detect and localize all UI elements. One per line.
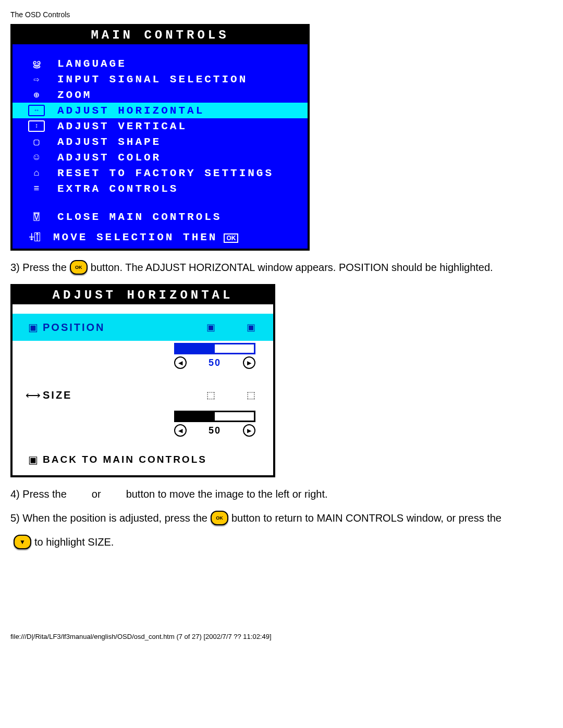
- step-3: 3) Press the OK button. The ADJUST HORIZ…: [10, 260, 553, 275]
- close-icon: ⍔: [26, 211, 47, 223]
- horizontal-icon: ↔: [26, 104, 47, 117]
- back-label: BACK TO MAIN CONTROLS: [43, 454, 207, 465]
- size-large-icon: ⬚: [247, 389, 255, 401]
- down-button-icon: [14, 535, 31, 549]
- shift-left-icon: ▣: [206, 322, 215, 333]
- main-controls-body: ൠ LANGUAGE ⇨ INPUT SIGNAL SELECTION ⊕ ZO…: [13, 44, 308, 225]
- adjust-label: SIZE: [43, 389, 206, 401]
- footer-label: MOVE SELECTION THENOK: [53, 231, 238, 243]
- step-5: 5) When the position is adjusted, press …: [10, 511, 553, 525]
- menu-item-adjust-shape[interactable]: ▢ ADJUST SHAPE: [13, 134, 308, 150]
- input-icon: ⇨: [26, 73, 47, 85]
- vertical-icon: ↕: [26, 120, 47, 132]
- reset-icon: ⌂: [26, 167, 47, 179]
- adjust-horizontal-osd: ADJUST HORIZONTAL ▣ POSITION ▣ ▣ ◀ 50 ▶ …: [10, 284, 275, 477]
- increase-button[interactable]: ▶: [243, 424, 255, 437]
- menu-label: ADJUST COLOR: [57, 152, 161, 164]
- shape-icon: ▢: [26, 135, 47, 148]
- menu-label: ADJUST VERTICAL: [57, 120, 187, 132]
- ok-back-icon: ▣: [23, 452, 43, 467]
- step-4: 4) Press the or button to move the image…: [10, 487, 553, 501]
- globe-icon: ൠ: [26, 57, 47, 70]
- extra-icon: ≡: [26, 182, 47, 195]
- step-5b: to highlight SIZE.: [10, 535, 553, 549]
- back-to-main[interactable]: ▣ BACK TO MAIN CONTROLS: [13, 444, 273, 475]
- zoom-icon: ⊕: [26, 89, 47, 101]
- size-slider[interactable]: [174, 411, 255, 422]
- position-value: 50: [209, 357, 221, 368]
- menu-item-adjust-vertical[interactable]: ↕ ADJUST VERTICAL: [13, 118, 308, 134]
- menu-label: LANGUAGE: [57, 58, 127, 70]
- adjust-title: ADJUST HORIZONTAL: [13, 286, 273, 304]
- size-small-icon: ⬚: [206, 389, 215, 401]
- menu-label: ADJUST SHAPE: [57, 136, 161, 148]
- adjust-row-position[interactable]: ▣ POSITION ▣ ▣: [13, 314, 273, 341]
- menu-item-zoom[interactable]: ⊕ ZOOM: [13, 87, 308, 103]
- ok-button-icon: OK: [70, 260, 88, 275]
- size-icon: ⟷: [23, 388, 43, 402]
- color-icon: ☺: [26, 151, 47, 164]
- menu-label: RESET TO FACTORY SETTINGS: [57, 167, 274, 179]
- menu-item-reset[interactable]: ⌂ RESET TO FACTORY SETTINGS: [13, 165, 308, 181]
- adjust-row-size[interactable]: ⟷ SIZE ⬚ ⬚: [13, 381, 273, 409]
- main-controls-osd: MAIN CONTROLS ൠ LANGUAGE ⇨ INPUT SIGNAL …: [10, 24, 310, 251]
- menu-label: INPUT SIGNAL SELECTION: [57, 73, 248, 85]
- adjust-label: POSITION: [43, 322, 206, 334]
- menu-item-extra[interactable]: ≡ EXTRA CONTROLS: [13, 181, 308, 196]
- position-slider-row: ◀ 50 ▶: [13, 341, 273, 376]
- position-slider[interactable]: [174, 343, 255, 354]
- ok-button-icon: OK: [211, 511, 228, 525]
- increase-button[interactable]: ▶: [243, 356, 255, 369]
- menu-item-adjust-color[interactable]: ☺ ADJUST COLOR: [13, 150, 308, 165]
- menu-label: ADJUST HORIZONTAL: [57, 105, 204, 117]
- shift-right-icon: ▣: [247, 322, 255, 333]
- ok-icon: OK: [224, 233, 238, 243]
- page-footer: file:///D|/Rita/LF3/lf3manual/english/OS…: [10, 633, 553, 640]
- size-value: 50: [209, 425, 221, 436]
- menu-label: CLOSE MAIN CONTROLS: [57, 211, 222, 223]
- size-slider-row: ◀ 50 ▶: [13, 409, 273, 444]
- menu-label: ZOOM: [57, 89, 92, 101]
- position-icon: ▣: [23, 320, 43, 335]
- main-controls-title: MAIN CONTROLS: [13, 26, 308, 44]
- main-controls-footer: ⍖⍐ MOVE SELECTION THENOK: [13, 225, 308, 249]
- menu-item-input-signal[interactable]: ⇨ INPUT SIGNAL SELECTION: [13, 71, 308, 87]
- page-header: The OSD Controls: [10, 10, 553, 19]
- nav-icon: ⍖⍐: [24, 231, 45, 243]
- menu-label: EXTRA CONTROLS: [57, 183, 178, 195]
- menu-item-close[interactable]: ⍔ CLOSE MAIN CONTROLS: [13, 209, 308, 225]
- decrease-button[interactable]: ◀: [174, 356, 187, 369]
- menu-item-adjust-horizontal[interactable]: ↔ ADJUST HORIZONTAL: [13, 103, 308, 118]
- decrease-button[interactable]: ◀: [174, 424, 187, 437]
- menu-item-language[interactable]: ൠ LANGUAGE: [13, 56, 308, 71]
